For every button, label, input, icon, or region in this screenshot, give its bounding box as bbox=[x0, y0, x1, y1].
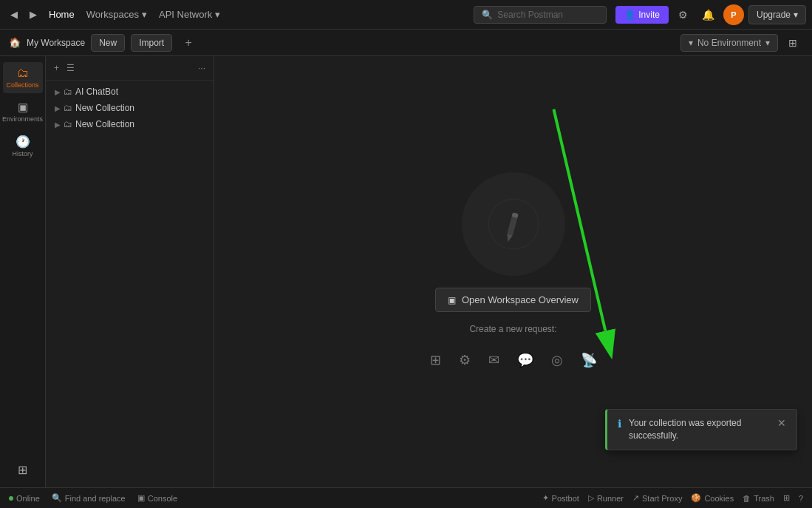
import-button[interactable]: Import bbox=[131, 34, 172, 52]
online-status[interactable]: Online bbox=[9, 494, 40, 503]
sidebar-item-environments[interactable]: ▣ Environments bbox=[3, 96, 43, 127]
toast-info-icon: ℹ bbox=[618, 418, 621, 430]
main-layout: 🗂 Collections ▣ Environments 🕐 History ⊞… bbox=[0, 56, 812, 487]
env-icon: ▾ bbox=[689, 38, 693, 48]
history-icon: 🕐 bbox=[16, 135, 30, 149]
api-network-nav-button[interactable]: API Network ▾ bbox=[154, 6, 225, 23]
search-bar[interactable]: 🔍 Search Postman bbox=[474, 6, 607, 24]
toast-close-button[interactable]: ✕ bbox=[777, 417, 786, 429]
collection-list: ▶ 🗂 AI ChatBot ▶ 🗂 New Collection ▶ 🗂 Ne… bbox=[46, 81, 214, 487]
filter-button[interactable]: ☰ bbox=[64, 61, 77, 75]
new-button[interactable]: New bbox=[91, 34, 125, 52]
forward-icon: ▶ bbox=[30, 9, 37, 20]
overview-icon: ⊞ bbox=[788, 37, 797, 49]
search-placeholder-text: Search Postman bbox=[497, 10, 563, 20]
add-collection-button[interactable]: + bbox=[52, 61, 61, 75]
toast-message: Your collection was exported successfull… bbox=[629, 417, 770, 442]
sidebar-item-history[interactable]: 🕐 History bbox=[3, 130, 43, 162]
avatar-text: P bbox=[731, 10, 736, 19]
cookies-item[interactable]: 🍪 Cookies bbox=[691, 493, 734, 503]
online-label: Online bbox=[16, 494, 40, 503]
panel-header: + ☰ ··· bbox=[46, 56, 214, 81]
online-dot bbox=[9, 496, 13, 501]
upgrade-label: Upgrade bbox=[757, 10, 791, 20]
search-icon: 🔍 bbox=[482, 10, 493, 20]
help-item[interactable]: ? bbox=[799, 493, 803, 503]
websocket-icon[interactable]: ✉ bbox=[485, 349, 502, 371]
home-label: Home bbox=[49, 9, 75, 20]
env-arrow-icon: ▾ bbox=[765, 38, 770, 48]
top-navigation: ◀ ▶ Home Workspaces ▾ API Network ▾ 🔍 Se… bbox=[0, 0, 812, 30]
socketio-icon[interactable]: 💬 bbox=[514, 349, 536, 371]
grpc-icon[interactable]: ⚙ bbox=[456, 349, 474, 371]
environments-label: Environments bbox=[2, 115, 43, 123]
cookies-icon: 🍪 bbox=[691, 493, 701, 503]
open-workspace-overview-button[interactable]: ▣ Open Workspace Overview bbox=[435, 288, 591, 312]
environments-icon: ▣ bbox=[18, 101, 28, 114]
workspaces-chevron-icon: ▾ bbox=[142, 9, 147, 20]
upgrade-chevron-icon: ▾ bbox=[794, 10, 798, 20]
start-proxy-item[interactable]: ↗ Start Proxy bbox=[632, 493, 682, 503]
runner-icon: ▷ bbox=[588, 493, 594, 503]
environment-selector: ▾ No Environment ▾ ⊞ bbox=[680, 33, 803, 53]
folder-icon: 🗂 bbox=[64, 119, 72, 129]
mqtt-icon[interactable]: 📡 bbox=[578, 349, 600, 371]
illustration bbox=[462, 172, 565, 276]
find-replace-item[interactable]: 🔍 Find and replace bbox=[52, 493, 126, 503]
open-workspace-label: Open Workspace Overview bbox=[462, 294, 579, 305]
invite-button[interactable]: 👤 Invite bbox=[615, 6, 669, 24]
history-label: History bbox=[12, 150, 33, 158]
sidebar-icons: 🗂 Collections ▣ Environments 🕐 History ⊞ bbox=[0, 56, 46, 487]
runner-item[interactable]: ▷ Runner bbox=[588, 493, 624, 503]
postbot-icon: ✦ bbox=[542, 493, 549, 503]
more-options-button[interactable]: ··· bbox=[196, 61, 208, 75]
environment-dropdown[interactable]: ▾ No Environment ▾ bbox=[680, 34, 778, 52]
help-icon: ? bbox=[799, 494, 803, 503]
back-button[interactable]: ◀ bbox=[6, 6, 22, 23]
proxy-icon: ↗ bbox=[632, 493, 639, 503]
find-replace-label: Find and replace bbox=[65, 494, 126, 503]
trash-label: Trash bbox=[754, 494, 774, 503]
sidebar-item-collections[interactable]: 🗂 Collections bbox=[3, 62, 43, 93]
folder-icon: 🗂 bbox=[64, 87, 72, 97]
apps-icon: ⊞ bbox=[18, 463, 27, 477]
chevron-right-icon: ▶ bbox=[55, 104, 61, 112]
settings-button[interactable]: ⚙ bbox=[673, 4, 694, 25]
grid-item[interactable]: ⊞ bbox=[783, 493, 790, 503]
postbot-label: Postbot bbox=[552, 494, 579, 503]
collection-name: New Collection bbox=[75, 119, 205, 129]
http-request-icon[interactable]: ⊞ bbox=[427, 349, 444, 371]
graphql-icon[interactable]: ◎ bbox=[548, 349, 566, 371]
workspaces-nav-button[interactable]: Workspaces ▾ bbox=[82, 6, 151, 23]
settings-icon: ⚙ bbox=[678, 9, 688, 21]
bell-icon: 🔔 bbox=[702, 9, 714, 21]
avatar-button[interactable]: P bbox=[723, 4, 744, 25]
grid-icon: ⊞ bbox=[783, 493, 790, 503]
collection-item[interactable]: ▶ 🗂 AI ChatBot bbox=[49, 84, 211, 100]
collection-item[interactable]: ▶ 🗂 New Collection bbox=[49, 116, 211, 132]
collections-panel: + ☰ ··· ▶ 🗂 AI ChatBot ▶ 🗂 New Collectio… bbox=[46, 56, 214, 487]
new-request-icons: ⊞ ⚙ ✉ 💬 ◎ 📡 bbox=[427, 349, 600, 371]
collection-item[interactable]: ▶ 🗂 New Collection bbox=[49, 100, 211, 116]
console-label: Console bbox=[148, 494, 177, 503]
overview-button[interactable]: ⊞ bbox=[782, 33, 803, 53]
forward-button[interactable]: ▶ bbox=[25, 6, 41, 23]
chevron-right-icon: ▶ bbox=[55, 88, 61, 96]
api-network-label: API Network bbox=[159, 9, 212, 20]
postbot-item[interactable]: ✦ Postbot bbox=[542, 493, 579, 503]
home-nav-button[interactable]: Home bbox=[44, 6, 79, 23]
notifications-button[interactable]: 🔔 bbox=[698, 4, 719, 25]
cookies-label: Cookies bbox=[704, 494, 734, 503]
console-item[interactable]: ▣ Console bbox=[137, 493, 177, 503]
start-proxy-label: Start Proxy bbox=[642, 494, 682, 503]
trash-icon: 🗑 bbox=[743, 494, 751, 503]
trash-item[interactable]: 🗑 Trash bbox=[743, 493, 774, 503]
workspaces-label: Workspaces bbox=[86, 9, 139, 20]
workspace-btn-icon: ▣ bbox=[448, 295, 456, 305]
upgrade-button[interactable]: Upgrade ▾ bbox=[748, 5, 806, 24]
plus-tab-button[interactable]: + bbox=[178, 33, 199, 53]
folder-icon: 🗂 bbox=[64, 103, 72, 113]
sidebar-item-apps[interactable]: ⊞ bbox=[3, 458, 43, 481]
console-icon: ▣ bbox=[137, 493, 145, 503]
runner-label: Runner bbox=[597, 494, 624, 503]
